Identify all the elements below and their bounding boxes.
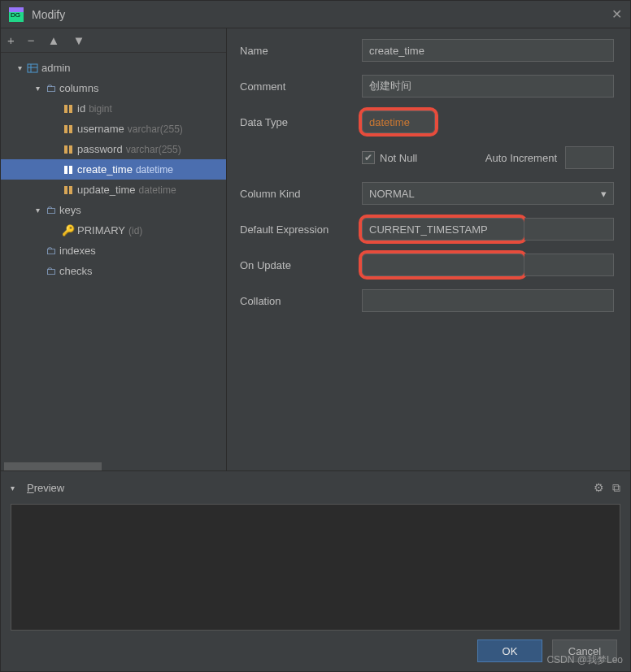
column-icon (61, 144, 76, 155)
tree-toolbar: + − ▲ ▼ (1, 28, 226, 53)
preview-body (11, 504, 620, 631)
folder-icon: 🗀 (43, 82, 58, 94)
auto-increment-input[interactable] (565, 146, 614, 169)
add-button[interactable]: + (7, 33, 15, 47)
checkmark-icon: ✔ (362, 151, 375, 164)
app-icon: DG (9, 7, 24, 22)
column-icon (61, 184, 76, 196)
tree-node-primary-key[interactable]: 🔑 PRIMARY (id) (1, 220, 226, 241)
external-icon[interactable]: ⧉ (612, 481, 620, 495)
tree-node-checks[interactable]: 🗀 checks (1, 261, 226, 281)
preview-toggle[interactable]: ▾ (11, 483, 22, 492)
preview-section: ▾ PPreviewreview ⚙ ⧉ (1, 471, 630, 631)
key-icon: 🔑 (61, 224, 76, 236)
content: + − ▲ ▼ ▾ admin ▾ 🗀 columns (1, 28, 630, 671)
on-update-label: On Update (240, 259, 362, 271)
data-type-label: Data Type (240, 116, 362, 128)
svg-rect-10 (64, 145, 67, 154)
on-update-input[interactable] (362, 254, 524, 276)
svg-rect-8 (64, 125, 67, 133)
tree-node-admin[interactable]: ▾ admin (1, 58, 226, 78)
gear-icon[interactable]: ⚙ (594, 481, 604, 494)
svg-rect-12 (64, 166, 67, 174)
column-icon (61, 164, 76, 176)
preview-label: PPreviewreview (27, 482, 585, 494)
svg-text:DG: DG (11, 11, 20, 19)
collation-label: Collation (240, 295, 362, 307)
name-label: Name (240, 45, 362, 57)
watermark: CSDN @我梦Leo (546, 653, 623, 667)
move-down-button[interactable]: ▼ (72, 33, 85, 47)
remove-button[interactable]: − (28, 33, 35, 47)
comment-input[interactable] (362, 75, 614, 98)
name-input[interactable] (362, 39, 614, 62)
svg-rect-7 (69, 105, 72, 113)
window-title: Modify (32, 8, 611, 21)
column-kind-label: Column Kind (240, 188, 362, 200)
button-bar: OK Cancel (1, 631, 630, 671)
svg-rect-14 (64, 186, 67, 194)
tree-node-column-id[interactable]: id bigint (1, 98, 226, 119)
folder-icon: 🗀 (43, 204, 58, 216)
not-null-checkbox[interactable]: ✔ Not Null (362, 151, 417, 164)
auto-increment-label: Auto Increment (485, 152, 557, 164)
collation-input[interactable] (362, 289, 614, 312)
default-expr-input[interactable] (362, 218, 524, 241)
tree-scrollbar[interactable] (1, 462, 226, 470)
tree-node-columns[interactable]: ▾ 🗀 columns (1, 78, 226, 98)
close-icon[interactable]: ✕ (611, 7, 622, 22)
tree-node-column-username[interactable]: username varchar(255) (1, 119, 226, 139)
move-up-button[interactable]: ▲ (48, 33, 60, 47)
folder-icon: 🗀 (43, 265, 58, 277)
ok-button[interactable]: OK (477, 639, 542, 662)
form-panel: Name Comment Data Type datetime ✔ (227, 28, 630, 470)
comment-label: Comment (240, 80, 362, 93)
chevron-down-icon: ▾ (601, 188, 607, 200)
svg-rect-13 (69, 166, 72, 174)
tree-node-column-password[interactable]: password varchar(255) (1, 139, 226, 159)
svg-rect-11 (69, 145, 72, 154)
tree-panel: + − ▲ ▼ ▾ admin ▾ 🗀 columns (1, 28, 227, 470)
tree-node-column-update-time[interactable]: update_time datetime (1, 180, 226, 200)
column-kind-select[interactable]: NORMAL ▾ (362, 182, 614, 205)
tree-node-column-create-time[interactable]: create_time datetime (1, 159, 226, 180)
object-tree[interactable]: ▾ admin ▾ 🗀 columns id bigint (1, 53, 226, 462)
table-icon (25, 63, 40, 74)
svg-rect-6 (64, 105, 67, 113)
svg-rect-3 (28, 64, 37, 72)
folder-icon: 🗀 (43, 245, 58, 257)
column-icon (61, 103, 76, 115)
svg-rect-15 (69, 186, 72, 194)
svg-rect-9 (69, 125, 72, 133)
default-expr-label: Default Expression (240, 223, 362, 236)
column-icon (61, 124, 76, 135)
titlebar: DG Modify ✕ (1, 1, 630, 28)
modify-dialog: DG Modify ✕ + − ▲ ▼ ▾ admin (0, 0, 631, 672)
tree-node-keys[interactable]: ▾ 🗀 keys (1, 200, 226, 220)
data-type-input[interactable]: datetime (362, 111, 435, 133)
tree-node-indexes[interactable]: 🗀 indexes (1, 241, 226, 261)
